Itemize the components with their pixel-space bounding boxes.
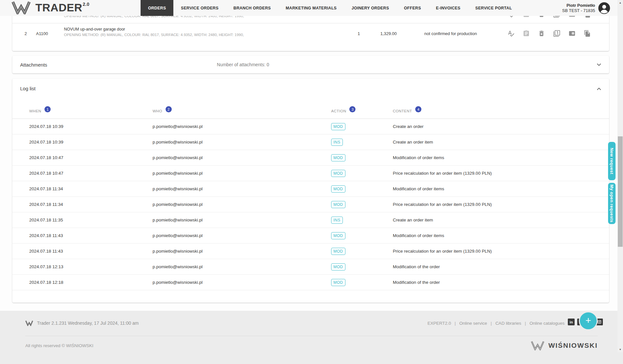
chevron-down-icon[interactable] bbox=[595, 61, 603, 68]
log-who: p.pomietlo@wisniowski.pl bbox=[153, 202, 331, 207]
side-tab-new-request[interactable]: New request bbox=[608, 142, 616, 180]
log-row: 2024.07.18 11:34p.pomietlo@wisniowski.pl… bbox=[12, 197, 609, 212]
order-item-code: A1100 bbox=[36, 31, 48, 36]
scroll-up-arrow[interactable]: ▲ bbox=[617, 0, 623, 6]
order-item-status: not confirmed for production bbox=[408, 31, 493, 36]
scroll-down-arrow[interactable]: ▼ bbox=[617, 347, 623, 352]
order-item-details: OPENING METHOD: (R) MANUAL, COLOUR: RAL … bbox=[64, 33, 244, 37]
wisniowski-w-icon bbox=[25, 320, 33, 326]
log-row: 2024.07.18 10:47p.pomietlo@wisniowski.pl… bbox=[12, 166, 609, 181]
log-content: Modification of order items bbox=[393, 186, 609, 191]
user-name: Piotr Pomietło bbox=[562, 3, 595, 8]
log-action: INS bbox=[331, 217, 393, 224]
order-item-actions bbox=[507, 30, 591, 37]
scrollbar-thumb[interactable] bbox=[618, 136, 623, 247]
log-action: MOD bbox=[331, 248, 393, 255]
main-menu: ORDERSSERVICE ORDERSBRANCH ORDERSMARKETI… bbox=[141, 0, 519, 16]
footer-links: EXPERT2.0|Online service|CAD libraries|O… bbox=[428, 321, 565, 326]
log-who: p.pomietlo@wisniowski.pl bbox=[153, 171, 331, 176]
footer-link[interactable]: CAD libraries bbox=[495, 321, 521, 326]
copy-number-icon[interactable] bbox=[553, 30, 560, 37]
footer: Trader 2.1.231 Wednesday, 17 Jul 2024, 1… bbox=[0, 311, 623, 364]
nav-item-marketing-materials[interactable]: MARKETING MATERIALS bbox=[278, 0, 344, 16]
log-content: Modification of order items bbox=[393, 155, 609, 160]
card-icon[interactable] bbox=[568, 30, 576, 37]
log-when: 2024.07.18 12:13 bbox=[29, 264, 153, 269]
nav-item-service-orders[interactable]: SERVICE ORDERS bbox=[173, 0, 226, 16]
attachments-panel[interactable]: Attachments Number of attachments: 0 bbox=[12, 56, 609, 73]
action-badge: MOD bbox=[331, 279, 345, 286]
log-content: Create an order item bbox=[393, 218, 609, 222]
add-fab-button[interactable]: + bbox=[579, 311, 598, 330]
log-row: 2024.07.18 10:47p.pomietlo@wisniowski.pl… bbox=[12, 150, 609, 166]
nav-item-e-invoices[interactable]: E-INVOICES bbox=[429, 0, 468, 16]
footer-link-separator: | bbox=[525, 321, 526, 326]
nav-item-joinery-orders[interactable]: JOINERY ORDERS bbox=[344, 0, 396, 16]
footer-link-separator: | bbox=[491, 321, 492, 326]
action-badge: MOD bbox=[331, 185, 345, 193]
top-navbar: TRADER2.0 ORDERSSERVICE ORDERSBRANCH ORD… bbox=[0, 0, 623, 16]
order-item-name-block: NOVUM up-and-over garage door OPENING ME… bbox=[64, 27, 244, 37]
footer-copyright: All rights reserved © WIŚNIOWSKI bbox=[25, 343, 93, 348]
linkedin-icon[interactable]: in bbox=[568, 319, 575, 325]
delete-icon[interactable] bbox=[538, 30, 545, 37]
log-column-content: CONTENT4 bbox=[393, 108, 609, 114]
file-copy-icon[interactable] bbox=[584, 30, 591, 37]
log-action: MOD bbox=[331, 232, 393, 239]
log-who: p.pomietlo@wisniowski.pl bbox=[153, 186, 331, 191]
avatar-icon[interactable] bbox=[598, 2, 610, 14]
vertical-scrollbar[interactable]: ▲ ▼ bbox=[617, 0, 623, 352]
action-badge: INS bbox=[331, 139, 343, 146]
nav-item-orders[interactable]: ORDERS bbox=[141, 0, 173, 16]
log-who: p.pomietlo@wisniowski.pl bbox=[153, 218, 331, 222]
log-table-body: 2024.07.18 10:39p.pomietlo@wisniowski.pl… bbox=[12, 119, 609, 290]
column-label: WHEN bbox=[29, 109, 41, 113]
order-item-index: 2 bbox=[22, 31, 29, 36]
log-content: Price recalculation for an order item (1… bbox=[393, 202, 609, 207]
clipboard-icon[interactable] bbox=[523, 30, 530, 37]
nav-item-service-portal[interactable]: SERVICE PORTAL bbox=[468, 0, 519, 16]
log-content: Create an order item bbox=[393, 140, 609, 144]
log-when: 2024.07.18 11:34 bbox=[29, 186, 153, 191]
log-column-action: ACTION3 bbox=[331, 108, 393, 114]
brand: TRADER2.0 bbox=[12, 1, 89, 14]
log-when: 2024.07.18 12:18 bbox=[29, 280, 153, 285]
log-when: 2024.07.18 10:39 bbox=[29, 124, 153, 129]
log-content: Modification of the order bbox=[393, 264, 609, 269]
order-item-name: NOVUM up-and-over garage door bbox=[64, 27, 244, 31]
log-when: 2024.07.18 11:43 bbox=[29, 249, 153, 254]
column-number-badge: 2 bbox=[166, 106, 172, 112]
log-table: WHEN1WHO2ACTION3CONTENT4 2024.07.18 10:3… bbox=[12, 103, 609, 290]
log-list-header[interactable]: Log list bbox=[12, 79, 609, 99]
page: TRADER2.0 ORDERSSERVICE ORDERSBRANCH ORD… bbox=[0, 0, 623, 364]
nav-item-offers[interactable]: OFFERS bbox=[396, 0, 429, 16]
order-item-quantity: 1 bbox=[352, 31, 365, 36]
column-label: CONTENT bbox=[393, 109, 412, 113]
side-tab-my-open-requests[interactable]: My open requests bbox=[608, 183, 616, 224]
footer-link-separator: | bbox=[455, 321, 456, 326]
log-content: Modification of the order bbox=[393, 280, 609, 285]
footer-version: Trader 2.1.231 Wednesday, 17 Jul 2024, 1… bbox=[25, 320, 139, 326]
log-action: MOD bbox=[331, 279, 393, 286]
log-who: p.pomietlo@wisniowski.pl bbox=[153, 233, 331, 238]
log-column-who: WHO2 bbox=[153, 108, 331, 114]
footer-brand-text: WIŚNIOWSKI bbox=[548, 342, 598, 349]
column-label: ACTION bbox=[331, 109, 346, 113]
nav-item-branch-orders[interactable]: BRANCH ORDERS bbox=[226, 0, 278, 16]
log-row: 2024.07.18 11:43p.pomietlo@wisniowski.pl… bbox=[12, 244, 609, 259]
footer-link[interactable]: EXPERT2.0 bbox=[428, 321, 451, 326]
spellcheck-icon[interactable] bbox=[507, 30, 515, 37]
user-menu[interactable]: Piotr Pomietło SB TEST - 71835 bbox=[562, 0, 610, 16]
log-row: 2024.07.18 10:39p.pomietlo@wisniowski.pl… bbox=[12, 134, 609, 150]
action-badge: MOD bbox=[331, 248, 345, 255]
footer-link[interactable]: Online service bbox=[459, 321, 487, 326]
brand-title: TRADER2.0 bbox=[35, 1, 89, 14]
log-who: p.pomietlo@wisniowski.pl bbox=[153, 124, 331, 129]
action-badge: MOD bbox=[331, 201, 345, 208]
footer-link[interactable]: Online catalogues bbox=[530, 321, 565, 326]
column-number-badge: 3 bbox=[349, 106, 355, 112]
footer-version-text: Trader 2.1.231 Wednesday, 17 Jul 2024, 1… bbox=[37, 320, 139, 326]
footer-top-row: Trader 2.1.231 Wednesday, 17 Jul 2024, 1… bbox=[25, 315, 565, 331]
chevron-up-icon[interactable] bbox=[595, 85, 603, 93]
log-action: MOD bbox=[331, 201, 393, 208]
